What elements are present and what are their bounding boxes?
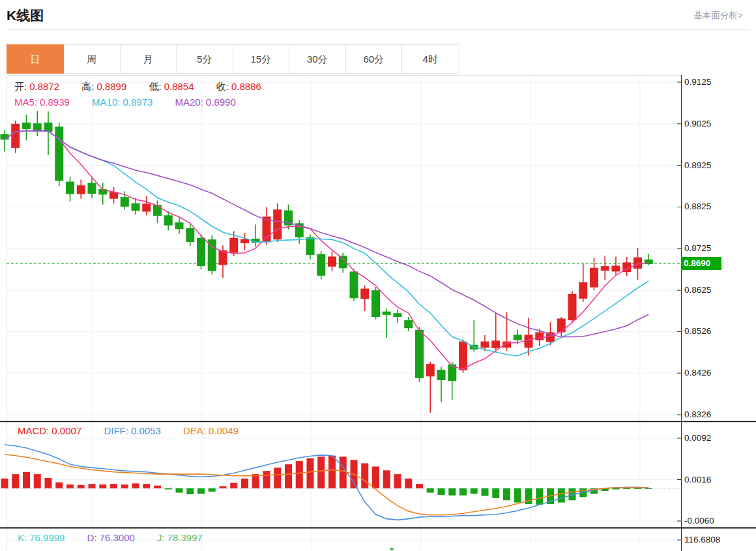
macd-value: 0.0007 (51, 425, 81, 436)
tab-2[interactable]: 月 (121, 45, 177, 73)
y-axis-label: 0.8625 (684, 285, 711, 295)
title-divider (7, 29, 749, 30)
tab-6[interactable]: 60分 (346, 45, 403, 73)
y-axis-label: 0.8426 (684, 368, 711, 378)
fundamental-analysis-link[interactable]: 基本面分析> (694, 10, 743, 22)
macd-label: MACD: (18, 425, 49, 436)
open-value: 0.8872 (29, 81, 59, 92)
interval-tab-bar: 日周月5分15分30分60分4时 (7, 44, 459, 74)
ma5-value: 0.8939 (40, 97, 70, 108)
y-axis-label: 0.8725 (684, 243, 711, 253)
y-axis-label: 0.8326 (684, 410, 711, 419)
ohlc-readout: 开:0.8872 高:0.8899 低:0.8854 收:0.8886 (14, 81, 264, 93)
high-value: 0.8899 (96, 81, 126, 92)
kline-chart-canvas[interactable] (0, 75, 756, 551)
tab-3[interactable]: 5分 (177, 45, 233, 73)
y-axis-label: -0.0060 (684, 516, 714, 526)
ma10-value: 0.8973 (123, 97, 153, 108)
ma-readout: MA5:0.8939 MA10:0.8973 MA20:0.8990 (14, 97, 239, 108)
kdj-d-value: 76.3000 (100, 532, 135, 543)
macd-readout: MACD:0.0007 DIFF:0.0053 DEA:0.0049 (18, 425, 241, 436)
kdj-d-label: D: (87, 532, 97, 543)
low-label: 低: (149, 81, 161, 92)
dea-label: DEA: (183, 425, 206, 436)
tab-7[interactable]: 4时 (402, 45, 459, 73)
tab-0[interactable]: 日 (7, 44, 64, 74)
kdj-j-label: J: (157, 532, 165, 543)
y-axis-label: 0.8526 (684, 326, 711, 336)
kdj-j-value: 78.3997 (167, 532, 203, 543)
y-axis-label: 0.9025 (684, 119, 711, 128)
kline-page: K线图 基本面分析> 日周月5分15分30分60分4时 开:0.8872 高:0… (0, 0, 756, 551)
tab-5[interactable]: 30分 (289, 45, 346, 73)
diff-value: 0.0053 (131, 425, 161, 436)
close-label: 收: (216, 81, 229, 92)
open-label: 开: (14, 81, 27, 92)
dea-value: 0.0049 (209, 425, 239, 436)
kdj-k-label: K: (18, 532, 27, 543)
y-axis-label: 0.0016 (684, 475, 711, 484)
low-value: 0.8854 (164, 81, 194, 92)
tab-4[interactable]: 15分 (233, 45, 290, 73)
y-axis-label: 0.8925 (684, 160, 711, 170)
kdj-readout: K:76.9999 D:76.3000 J:78.3997 (18, 532, 205, 543)
current-price-badge: 0.8690 (681, 257, 721, 270)
y-axis-label: 0.8825 (684, 201, 711, 211)
ma10-label: MA10: (92, 97, 120, 108)
y-axis-label: 0.0092 (684, 433, 711, 443)
close-value: 0.8886 (231, 81, 261, 92)
high-label: 高: (81, 81, 94, 92)
tab-1[interactable]: 周 (64, 45, 121, 73)
kdj-k-value: 76.9999 (29, 532, 65, 543)
ma20-value: 0.8990 (206, 97, 236, 108)
ma5-label: MA5: (14, 97, 37, 108)
diff-label: DIFF: (104, 425, 128, 436)
page-title: K线图 (7, 7, 44, 25)
y-axis-label: 116.6808 (684, 535, 720, 544)
ma20-label: MA20: (175, 97, 203, 108)
y-axis-label: 0.9125 (684, 77, 711, 87)
